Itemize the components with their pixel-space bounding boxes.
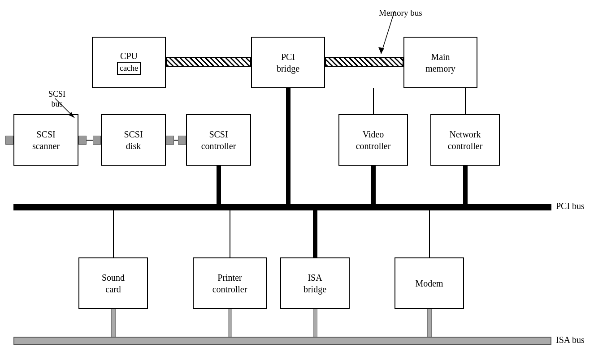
isa-bridge-to-pci: [313, 210, 317, 257]
pci-bridge-label1: PCI: [277, 51, 299, 63]
scsi-disk-box: SCSI disk: [101, 114, 166, 166]
scsi-hline1: [87, 140, 93, 141]
scsi-controller-label2: controller: [201, 140, 236, 152]
modem-up: [429, 210, 430, 257]
printer-ctrl-to-isa: [228, 309, 232, 337]
scsi-scanner-label1: SCSI: [32, 128, 60, 140]
scsi-ctrl-to-pci: [217, 166, 221, 204]
svg-marker-1: [378, 47, 384, 54]
isa-bridge-label1: ISA: [304, 272, 326, 283]
scsi-scanner-label2: scanner: [32, 140, 60, 152]
network-controller-label2: controller: [448, 140, 483, 152]
printer-controller-label2: controller: [212, 283, 247, 295]
isa-bridge-to-isa: [313, 309, 317, 337]
scsi-connector-1: [78, 136, 87, 145]
isa-bridge-label2: bridge: [304, 283, 326, 295]
pci-bus-label: PCI bus: [556, 201, 585, 211]
video-ctrl-to-pci: [371, 166, 376, 204]
scsi-disk-label1: SCSI: [124, 128, 143, 140]
scsi-scanner-box: SCSI scanner: [13, 114, 78, 166]
video-controller-box: Video controller: [338, 114, 408, 166]
cpu-cache-box: CPU cache: [92, 37, 166, 88]
diagram: CPU cache PCI bridge Main memory Memory …: [0, 0, 594, 364]
network-ctrl-up: [465, 88, 466, 114]
main-memory-label1: Main: [425, 51, 455, 63]
scsi-connector-0: [5, 136, 13, 145]
video-controller-label1: Video: [356, 128, 391, 140]
network-ctrl-to-pci: [463, 166, 468, 204]
isa-bridge-box: ISA bridge: [280, 257, 350, 309]
scsi-disk-label2: disk: [124, 140, 143, 152]
cpu-label: CPU: [117, 50, 141, 62]
scsi-connector-2: [93, 136, 101, 145]
pci-bus-bar: [13, 204, 551, 210]
scsi-hline2: [174, 140, 178, 141]
pci-bridge-to-pci: [286, 88, 290, 204]
modem-to-isa: [427, 309, 432, 337]
pci-bridge-label2: bridge: [277, 63, 299, 74]
scsi-connector-3: [166, 136, 174, 145]
sound-card-label1: Sound: [102, 272, 125, 283]
sound-card-up: [113, 210, 114, 257]
sound-card-label2: card: [102, 283, 125, 295]
printer-ctrl-up: [230, 210, 230, 257]
scsi-controller-label1: SCSI: [201, 128, 236, 140]
video-ctrl-up: [373, 88, 374, 114]
modem-box: Modem: [395, 257, 464, 309]
cpu-to-pci-bus: [166, 57, 251, 67]
sound-card-to-isa: [111, 309, 116, 337]
scsi-connector-4: [178, 136, 186, 145]
isa-bus-label: ISA bus: [556, 335, 585, 345]
printer-controller-box: Printer controller: [193, 257, 267, 309]
cache-label: cache: [117, 62, 141, 75]
scsi-bus-arrow: [53, 96, 80, 121]
main-memory-label2: memory: [425, 63, 455, 74]
network-controller-label1: Network: [448, 128, 483, 140]
isa-bus-bar: [13, 337, 551, 345]
video-controller-label2: controller: [356, 140, 391, 152]
printer-controller-label1: Printer: [212, 272, 247, 283]
scsi-controller-box: SCSI controller: [186, 114, 251, 166]
pci-bridge-box: PCI bridge: [251, 37, 325, 88]
network-controller-box: Network controller: [430, 114, 500, 166]
modem-label1: Modem: [415, 278, 443, 289]
memory-bus-label: Memory bus: [379, 8, 422, 18]
sound-card-box: Sound card: [78, 257, 148, 309]
